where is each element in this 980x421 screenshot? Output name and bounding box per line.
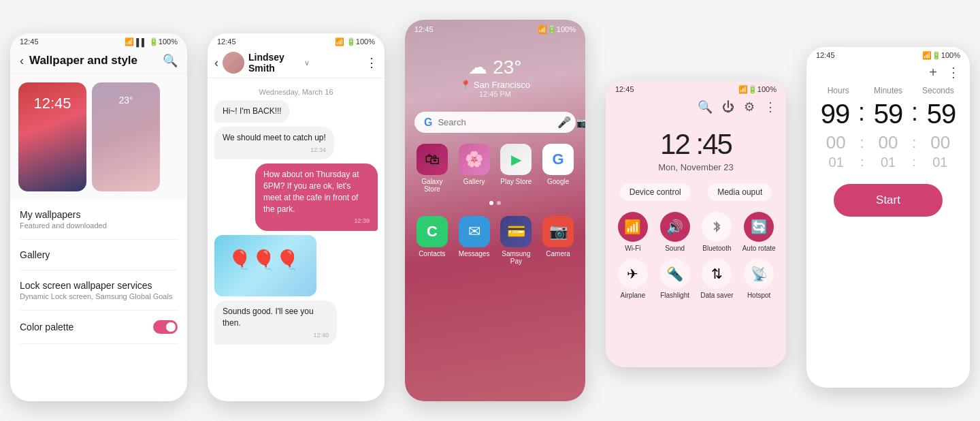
app-google[interactable]: G Google [540,144,576,193]
chat-header: ‹ Lindsey Smith ∨ ⋮ [208,48,385,78]
qi-bluetooth[interactable]: Bluetooth [700,212,735,252]
timer-active-display: 99 : 59 : 59 [806,95,970,132]
qp-power-icon[interactable]: ⏻ [722,100,734,114]
mic-icon[interactable]: 🎤 [557,116,571,129]
galaxy-store-icon: 🛍 [416,144,448,175]
home-weather: ☁ 23° 📍 San Francisco 12:45 PM [405,56,585,98]
wifi-icon-2: 📶 [335,37,344,46]
search-input[interactable] [438,117,552,127]
status-icons-1: 📶 ▌▌ 🔋100% [125,37,178,46]
auto-rotate-icon: 🔄 [744,212,774,242]
sound-toggle-icon: 🔊 [660,212,690,242]
back-icon[interactable]: ‹ [20,54,24,68]
qi-auto-rotate[interactable]: 🔄 Auto rotate [741,212,777,252]
color-palette-toggle[interactable] [153,320,178,334]
qi-data-saver[interactable]: ⇅ Data saver [700,259,735,299]
app-gallery[interactable]: 🌸 Gallery [457,144,492,193]
more-icon[interactable]: ⋮ [365,55,378,70]
chat-body: Wednesday, March 16 Hi~! I'm BACK!!! We … [208,78,385,354]
app-play-store[interactable]: ▶ Play Store [499,144,534,193]
add-icon[interactable]: + [929,65,937,80]
device-control-btn[interactable]: Device control [620,183,691,201]
home-search-bar[interactable]: G 🎤 📷 [414,112,576,133]
message-2: We should meet to catch up! 12:34 [214,127,334,159]
unit-hours: Hours [813,86,863,95]
app-contacts[interactable]: C Contacts [414,216,450,265]
wallpaper-previews [10,74,187,200]
status-icons-2: 📶 🔋100% [335,37,375,46]
home-bg: 12:45 📶🔋100% ☁ 23° 📍 San Francisco 12:45… [405,20,585,401]
quick-toggle-row: Device control Media ouput [606,178,786,206]
menu-list: My wallpapers Featured and downloaded Ga… [10,200,187,344]
signal-icon: ▌▌ [136,38,147,46]
quick-panel-header: 🔍 ⏻ ⚙ ⋮ [606,97,786,117]
app-galaxy-store[interactable]: 🛍 Galaxy Store [414,144,450,193]
flashlight-icon: 🔦 [660,259,690,289]
gallery-icon: 🌸 [459,144,490,175]
edit-sep-2: : [912,134,916,152]
lens-icon[interactable]: 📷 [576,116,585,129]
more-icon-timer[interactable]: ⋮ [947,64,960,80]
quick-panel-bg: 12:45 📶🔋100% 🔍 ⏻ ⚙ ⋮ 12 :45 Mon, Novembe… [606,81,786,367]
qp-more-icon[interactable]: ⋮ [764,99,777,114]
page-dots [405,201,585,205]
status-time-4: 12:45 [615,85,634,94]
status-bar-5: 12:45 📶🔋100% [806,47,970,61]
status-icons-4: 📶🔋100% [738,85,777,94]
qi-wifi[interactable]: 📶 Wi-Fi [615,212,651,252]
qi-flashlight[interactable]: 🔦 Flashlight [657,259,693,299]
timer-seconds-active: 59 [919,99,963,129]
battery-icon-2: 🔋100% [346,37,375,46]
start-button[interactable]: Start [834,184,943,217]
status-bar-1: 12:45 📶 ▌▌ 🔋100% [10,33,187,48]
date-label: Wednesday, March 16 [214,88,378,96]
chevron-icon: ∨ [304,59,310,67]
search-icon[interactable]: 🔍 [163,53,178,68]
qp-settings-icon[interactable]: ⚙ [744,99,755,114]
chat-back-icon[interactable]: ‹ [214,56,218,70]
airplane-icon: ✈ [618,259,648,289]
app-messages[interactable]: ✉ Messages [457,216,492,265]
next-sep-2: : [913,155,916,170]
clock-time: 12 :45 [606,128,786,161]
weather-time: 12:45 PM [405,90,585,98]
unit-minutes: Minutes [863,86,913,95]
timer-hours-active: 99 [813,99,857,129]
play-store-icon: ▶ [500,144,532,175]
menu-item-gallery[interactable]: Gallery [20,240,178,270]
message-1: Hi~! I'm BACK!!! [214,100,290,123]
app-camera[interactable]: 📷 Camera [540,216,576,265]
status-icons-3: 📶🔋100% [538,25,576,34]
edit-sep-1: : [860,134,864,152]
contacts-icon: C [416,216,448,247]
app-samsung-pay[interactable]: 💳 Samsung Pay [499,216,534,265]
timer-edit-display: 00 : 00 : 00 [806,132,970,153]
chat-messages: Wednesday, March 16 Hi~! I'm BACK!!! We … [214,84,378,349]
message-3: How about on Thursday at 6PM? If you are… [255,163,378,231]
next-sep-1: : [860,155,864,170]
qp-search-icon[interactable]: 🔍 [698,99,713,114]
hotspot-icon: 📡 [744,259,774,289]
qi-hotspot[interactable]: 📡 Hotspot [741,259,777,299]
status-time-1: 12:45 [20,37,39,46]
qi-sound[interactable]: 🔊 Sound [657,212,693,252]
timer-sep-1: : [858,98,865,129]
status-time-5: 12:45 [816,51,835,60]
samsung-pay-icon: 💳 [500,216,532,247]
qi-airplane[interactable]: ✈ Airplane [615,259,651,299]
weather-temp: ☁ 23° [405,56,585,78]
phone-timer: 12:45 📶🔋100% + ⋮ Hours Minutes Seconds 9… [806,47,970,388]
wallpaper-thumb-1[interactable] [18,82,86,191]
timer-sep-2: : [911,98,918,129]
data-saver-icon: ⇅ [702,259,732,289]
google-logo: G [424,116,432,129]
menu-item-lock-screen[interactable]: Lock screen wallpaper services Dynamic L… [20,270,178,311]
timer-next-display: 01 : 01 : 01 [806,155,970,170]
phone-messaging: 12:45 📶 🔋100% ‹ Lindsey Smith ∨ ⋮ Wednes… [208,33,385,401]
wallpaper-thumb-2[interactable] [92,82,160,191]
media-output-btn[interactable]: Media ouput [708,183,772,201]
menu-item-color-palette[interactable]: Color palette [20,311,178,344]
camera-icon: 📷 [542,216,574,247]
menu-item-my-wallpapers[interactable]: My wallpapers Featured and downloaded [20,200,178,240]
google-icon: G [542,144,574,175]
